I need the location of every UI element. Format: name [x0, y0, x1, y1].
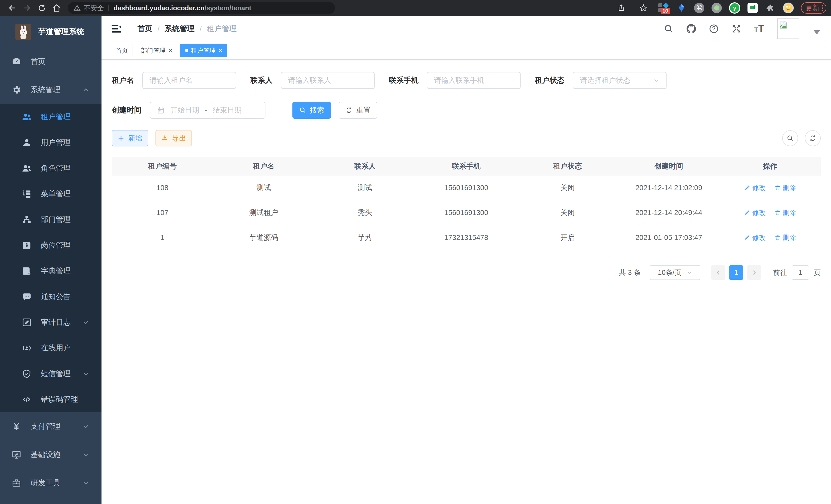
filter-label-contact: 联系人: [250, 75, 273, 86]
breadcrumb-item[interactable]: 系统管理: [165, 24, 195, 34]
browser-update-button[interactable]: 更新: [801, 2, 826, 13]
extension-chat-icon[interactable]: [747, 3, 758, 13]
phone-input[interactable]: 请输入联系手机: [427, 72, 521, 89]
goto-page-input[interactable]: [792, 265, 809, 280]
add-button[interactable]: 新增: [112, 130, 148, 146]
cell-status: 关闭: [517, 175, 618, 200]
code-icon: [22, 394, 32, 404]
cell-created: 2021-12-14 20:49:44: [618, 200, 719, 225]
search-icon[interactable]: [664, 24, 674, 34]
github-icon[interactable]: [686, 24, 696, 34]
menu-dots-icon[interactable]: [822, 5, 823, 11]
page-content: 租户名 请输入租户名 联系人 请输入联系人 联系手机 请输入联系手机 租户状态 …: [102, 60, 831, 280]
sidebar-item-基础设施[interactable]: 基础设施: [0, 441, 102, 469]
extension-cmd-icon[interactable]: ⌘: [694, 3, 704, 13]
user-icon: [22, 138, 32, 147]
edit-pencil-icon: [744, 185, 750, 191]
app-logo-row[interactable]: 芋道管理系统: [0, 16, 102, 48]
sidebar-item-部门管理[interactable]: 部门管理: [0, 207, 102, 233]
date-range-picker[interactable]: 开始日期 - 结束日期: [150, 102, 265, 119]
extensions-puzzle-icon[interactable]: [765, 3, 776, 13]
user-avatar-broken-image[interactable]: [777, 19, 799, 39]
tenant-table: 租户编号租户名联系人联系手机租户状态创建时间操作 108测试测试15601691…: [112, 157, 821, 250]
edit-link[interactable]: 修改: [744, 208, 766, 217]
extension-y-icon[interactable]: y: [729, 2, 740, 13]
sidebar-item-审计日志[interactable]: 审计日志: [0, 309, 102, 335]
warning-icon: [74, 4, 81, 11]
tenant-name-input[interactable]: 请输入租户名: [142, 72, 236, 89]
tab-close-icon[interactable]: ×: [169, 48, 172, 54]
browser-forward-button[interactable]: [20, 2, 34, 14]
search-button[interactable]: 搜索: [292, 102, 331, 119]
top-navbar: 首页/系统管理/租户管理 TT: [102, 16, 831, 41]
sidebar-item-岗位管理[interactable]: 岗位管理: [0, 233, 102, 258]
hamburger-icon[interactable]: [111, 23, 122, 34]
sidebar-item-系统管理[interactable]: 系统管理: [0, 76, 102, 104]
sidebar-item-支付管理[interactable]: 支付管理: [0, 412, 102, 441]
fullscreen-icon[interactable]: [732, 24, 741, 34]
profile-avatar[interactable]: [783, 3, 794, 13]
status-select[interactable]: 请选择租户状态: [573, 72, 666, 89]
delete-link[interactable]: 删除: [774, 233, 796, 242]
sidebar-item-菜单管理[interactable]: 菜单管理: [0, 181, 102, 207]
page-size-select[interactable]: 10条/页: [650, 265, 700, 280]
sidebar-item-label: 部门管理: [41, 214, 71, 225]
browser-home-button[interactable]: [49, 2, 64, 14]
cell-status: 关闭: [517, 200, 618, 225]
refresh-table-button[interactable]: [805, 130, 821, 146]
sidebar-item-角色管理[interactable]: 角色管理: [0, 155, 102, 181]
sidebar-item-用户管理[interactable]: 用户管理: [0, 130, 102, 155]
sidebar-item-短信管理[interactable]: 短信管理: [0, 361, 102, 387]
help-icon[interactable]: [709, 24, 719, 34]
extension-record-icon[interactable]: [712, 3, 722, 13]
edit-note-icon: [22, 318, 32, 327]
sidebar-item-租户管理[interactable]: 租户管理: [0, 104, 102, 130]
cell-phone: 15601691300: [416, 175, 517, 200]
sidebar-item-label: 短信管理: [41, 368, 71, 379]
delete-link-label: 删除: [783, 208, 796, 217]
y-letter: y: [730, 3, 739, 12]
star-icon: [639, 4, 648, 12]
sidebar-item-研发工具[interactable]: 研发工具: [0, 469, 102, 497]
edit-link[interactable]: 修改: [744, 233, 766, 242]
cell-name: 测试租户: [213, 200, 314, 225]
sidebar-item-错误码管理[interactable]: 错误码管理: [0, 387, 102, 412]
font-size-icon[interactable]: TT: [754, 23, 764, 34]
export-button[interactable]: 导出: [155, 130, 192, 146]
extension-gem-icon[interactable]: [676, 3, 687, 13]
bookmark-button[interactable]: [636, 2, 651, 14]
tag-view-tab-租户管理[interactable]: 租户管理×: [180, 44, 227, 57]
next-page-button[interactable]: [747, 265, 762, 280]
tag-view-tab-首页[interactable]: 首页: [111, 44, 133, 57]
prev-page-button[interactable]: [711, 265, 725, 280]
browser-back-button[interactable]: [5, 2, 20, 14]
chevron-down-icon: [83, 451, 89, 458]
tab-close-icon[interactable]: ×: [219, 48, 222, 54]
omnibox-divider: [109, 5, 109, 11]
edit-link[interactable]: 修改: [744, 183, 766, 192]
trash-icon: [774, 185, 781, 191]
sidebar-item-在线用户[interactable]: 在线用户: [0, 335, 102, 361]
tab-label: 部门管理: [141, 47, 166, 55]
share-button[interactable]: [614, 2, 629, 14]
sidebar-item-通知公告[interactable]: 通知公告: [0, 284, 102, 309]
tag-view-tab-部门管理[interactable]: 部门管理×: [136, 44, 177, 57]
current-page-button[interactable]: 1: [729, 265, 743, 280]
toggle-search-button[interactable]: [782, 130, 798, 146]
address-bar[interactable]: 不安全 dashboard.yudao.iocoder.cn /system/t…: [68, 2, 335, 14]
cell-id: 108: [112, 175, 213, 200]
avatar-caret-down-icon[interactable]: [812, 28, 822, 37]
reset-button[interactable]: 重置: [339, 102, 377, 119]
extension-sketch-icon[interactable]: 10: [658, 3, 669, 13]
sidebar-item-首页[interactable]: 首页: [0, 48, 102, 76]
sidebar-item-字典管理[interactable]: 字典管理: [0, 258, 102, 284]
sidebar-item-label: 错误码管理: [41, 394, 78, 405]
date-end-placeholder: 结束日期: [213, 105, 241, 115]
delete-link[interactable]: 删除: [774, 183, 796, 192]
breadcrumb-item[interactable]: 首页: [138, 24, 152, 34]
delete-link[interactable]: 删除: [774, 208, 796, 217]
active-tab-dot: [185, 49, 188, 52]
contact-input[interactable]: 请输入联系人: [281, 72, 375, 89]
tree-table-icon: [22, 189, 32, 199]
browser-reload-button[interactable]: [34, 2, 49, 14]
